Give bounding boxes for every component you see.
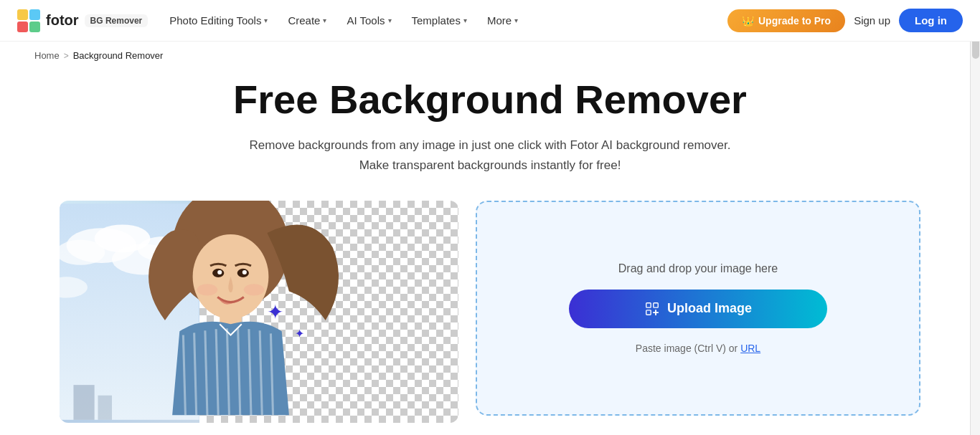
upgrade-button[interactable]: 👑 Upgrade to Pro: [727, 9, 845, 32]
chevron-down-icon: ▾: [323, 16, 326, 24]
nav-ai-tools[interactable]: AI Tools ▾: [338, 10, 400, 31]
upload-icon: [644, 301, 660, 317]
upload-button[interactable]: Upload Image: [569, 290, 827, 328]
preview-inner: ✦ ✦: [60, 201, 458, 423]
svg-point-18: [217, 270, 222, 274]
login-button[interactable]: Log in: [899, 9, 963, 32]
demo-area: ✦ ✦ Drag and drop your image here Upload…: [60, 201, 920, 423]
signup-button[interactable]: Sign up: [854, 14, 890, 27]
sparkle-small-icon: ✦: [295, 327, 304, 340]
upload-paste-text: Paste image (Ctrl V) or URL: [636, 343, 760, 354]
nav-menu: Photo Editing Tools ▾ Create ▾ AI Tools …: [161, 10, 727, 31]
upload-button-label: Upload Image: [667, 301, 752, 316]
svg-rect-0: [17, 9, 28, 20]
upload-area[interactable]: Drag and drop your image here Upload Ima…: [476, 201, 920, 416]
svg-rect-1: [29, 9, 40, 20]
breadcrumb: Home > Background Remover: [0, 42, 980, 70]
svg-point-20: [197, 285, 217, 296]
chevron-down-icon: ▾: [388, 16, 392, 24]
main-content: Free Background Remover Remove backgroun…: [0, 70, 980, 435]
svg-rect-3: [29, 21, 40, 32]
chevron-down-icon: ▾: [463, 16, 467, 24]
svg-rect-23: [654, 303, 658, 307]
nav-create[interactable]: Create ▾: [279, 10, 335, 31]
fotor-logo-icon: [17, 9, 40, 32]
chevron-down-icon: ▾: [264, 16, 268, 24]
nav-photo-editing[interactable]: Photo Editing Tools ▾: [161, 10, 276, 31]
nav-more[interactable]: More ▾: [479, 10, 527, 31]
sparkle-big-icon: ✦: [267, 300, 283, 324]
nav-actions: 👑 Upgrade to Pro Sign up Log in: [727, 9, 963, 32]
svg-point-21: [244, 285, 264, 296]
breadcrumb-separator: >: [64, 51, 69, 61]
page-title: Free Background Remover: [233, 77, 747, 123]
breadcrumb-home[interactable]: Home: [34, 50, 60, 61]
chevron-down-icon: ▾: [514, 16, 518, 24]
scrollbar[interactable]: [970, 0, 980, 435]
woman-figure: [81, 201, 380, 423]
nav-templates[interactable]: Templates ▾: [403, 10, 476, 31]
page-subtitle: Remove backgrounds from any image in jus…: [239, 135, 741, 174]
logo-link[interactable]: fotor: [17, 9, 79, 32]
logo-text: fotor: [46, 12, 79, 29]
breadcrumb-current: Background Remover: [73, 50, 164, 61]
bg-remover-badge: BG Remover: [85, 14, 149, 27]
svg-rect-24: [646, 310, 651, 315]
image-preview: ✦ ✦: [60, 201, 458, 423]
svg-rect-22: [646, 303, 651, 307]
navbar: fotor BG Remover Photo Editing Tools ▾ C…: [0, 0, 980, 42]
upload-hint: Drag and drop your image here: [618, 262, 778, 275]
url-link[interactable]: URL: [740, 343, 760, 354]
svg-point-19: [242, 270, 247, 274]
crown-icon: 👑: [742, 15, 754, 27]
svg-rect-2: [17, 21, 28, 32]
